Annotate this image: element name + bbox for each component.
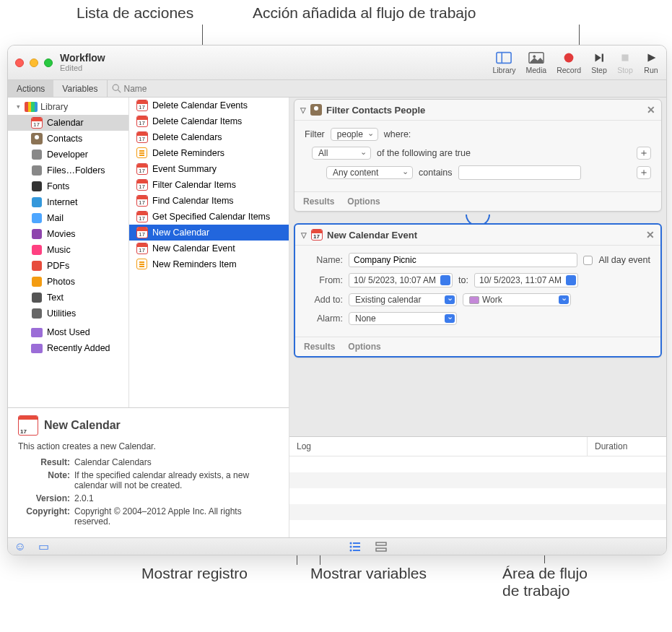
results-tab[interactable]: Results [304, 342, 335, 352]
calendar-icon [136, 211, 148, 222]
sidebar-item-fonts[interactable]: Fonts [8, 178, 128, 194]
reminders-icon [136, 147, 148, 159]
sidebar-item-most-used[interactable]: Most Used [8, 324, 128, 340]
statusbar-icon-1[interactable]: ☺ [14, 541, 27, 553]
calendar-icon [136, 100, 148, 111]
contains-input[interactable] [458, 165, 581, 180]
category-icon [31, 308, 43, 319]
statusbar-icon-2[interactable]: ▭ [37, 541, 50, 553]
calendar-icon [136, 116, 148, 127]
action-new-calendar-event[interactable]: ▽ New Calendar Event ✕ Name: All day eve… [294, 223, 662, 358]
calendar-icon [136, 131, 148, 143]
sidebar-item-contacts[interactable]: Contacts [8, 131, 128, 147]
svg-rect-14 [353, 550, 360, 551]
anycontent-select[interactable]: Any content [326, 166, 413, 179]
sidebar-item-mail[interactable]: Mail [8, 210, 128, 226]
run-button[interactable]: Run [643, 51, 659, 74]
action-item[interactable]: Filter Calendar Items [129, 177, 289, 193]
options-tab[interactable]: Options [347, 196, 380, 207]
action-item[interactable]: Delete Calendar Items [129, 113, 289, 129]
tab-variables[interactable]: Variables [53, 80, 106, 97]
options-tab[interactable]: Options [348, 342, 380, 352]
disclosure-icon[interactable]: ▽ [301, 231, 307, 239]
to-datetime[interactable]: 10/ 5/2023, 11:07 AM [474, 273, 578, 287]
show-variables-button[interactable] [375, 541, 388, 553]
sidebar-item-developer[interactable]: Developer [8, 147, 128, 163]
action-filter-contacts[interactable]: ▽ Filter Contacts People ✕ Filter people… [294, 99, 662, 212]
action-item[interactable]: Get Specified Calendar Items [129, 209, 289, 225]
search-input[interactable] [124, 84, 663, 94]
sidebar-item-text[interactable]: Text [8, 290, 128, 306]
add-condition-button[interactable]: ＋ [637, 166, 651, 179]
callout-show-log: Mostrar registro [141, 565, 248, 582]
contains-label: contains [419, 168, 453, 178]
from-datetime[interactable]: 10/ 5/2023, 10:07 AM [349, 273, 453, 287]
addto-select[interactable]: Existing calendar [349, 293, 457, 306]
callout-workflow-area: Área de flujo de trabajo [502, 565, 588, 599]
action-title: Filter Contacts People [326, 105, 425, 116]
allday-checkbox[interactable] [583, 256, 593, 265]
from-label: From: [305, 275, 343, 285]
tab-actions[interactable]: Actions [8, 80, 53, 97]
zoom-button[interactable] [44, 59, 53, 67]
step-button[interactable]: Step [591, 51, 607, 74]
svg-rect-16 [376, 548, 386, 551]
log-body [289, 456, 666, 537]
action-item[interactable]: Find Calendar Items [129, 193, 289, 209]
sidebar-item-music[interactable]: Music [8, 242, 128, 258]
calendar-select[interactable]: Work [463, 293, 571, 306]
alarm-select[interactable]: None [349, 312, 457, 325]
action-item[interactable]: Delete Calendar Events [129, 98, 289, 113]
stop-button[interactable]: Stop [617, 51, 633, 74]
library-button[interactable]: Library [492, 51, 515, 74]
sidebar-item-photos[interactable]: Photos [8, 274, 128, 290]
action-item[interactable]: Delete Calendars [129, 129, 289, 145]
calendar-icon [136, 179, 148, 191]
action-item[interactable]: New Calendar Event [129, 241, 289, 256]
svg-point-7 [113, 85, 118, 90]
callout-show-vars: Mostrar variables [310, 565, 427, 582]
category-icon [31, 165, 43, 176]
action-item[interactable]: Delete Reminders [129, 145, 289, 161]
action-item[interactable]: New Reminders Item [129, 256, 289, 272]
sidebar-item-files-folders[interactable]: Files…Folders [8, 163, 128, 178]
close-action-button[interactable]: ✕ [647, 104, 655, 116]
sidebar-item-recently-added[interactable]: Recently Added [8, 340, 128, 356]
search-field-wrap[interactable] [108, 80, 667, 97]
filter-select[interactable]: people [331, 128, 378, 141]
event-name-input[interactable] [349, 253, 577, 267]
svg-point-3 [533, 55, 536, 58]
sidebar-item-movies[interactable]: Movies [8, 226, 128, 242]
disclosure-icon[interactable]: ▽ [300, 106, 306, 114]
media-button[interactable]: Media [526, 51, 547, 74]
svg-rect-10 [353, 542, 360, 544]
library-icon [25, 102, 38, 112]
library-header[interactable]: Library [8, 98, 128, 115]
close-button[interactable] [15, 59, 24, 67]
action-item[interactable]: Event Summary [129, 161, 289, 177]
sidebar-item-calendar[interactable]: Calendar [8, 115, 128, 131]
name-label: Name: [305, 255, 343, 265]
calendar-icon [311, 229, 323, 241]
duration-col-header[interactable]: Duration [587, 437, 666, 456]
reminders-icon [136, 259, 148, 270]
minimize-button[interactable] [30, 59, 38, 67]
all-select[interactable]: All [312, 147, 371, 160]
action-title: New Calendar Event [327, 230, 417, 241]
show-log-button[interactable] [349, 541, 362, 553]
sidebar-item-utilities[interactable]: Utilities [8, 306, 128, 321]
category-icon [31, 149, 43, 160]
category-icon [31, 260, 43, 272]
of-following-label: of the following are true [377, 148, 471, 158]
add-rule-button[interactable]: ＋ [637, 147, 651, 160]
action-info-panel: New Calendar This action creates a new C… [8, 407, 289, 537]
close-action-button[interactable]: ✕ [646, 229, 655, 241]
sidebar-item-internet[interactable]: Internet [8, 194, 128, 210]
results-tab[interactable]: Results [303, 196, 334, 207]
log-col-header[interactable]: Log [289, 437, 587, 456]
record-button[interactable]: Record [557, 51, 581, 74]
filter-label: Filter [305, 129, 325, 139]
sidebar-item-pdfs[interactable]: PDFs [8, 258, 128, 274]
svg-rect-6 [621, 54, 628, 61]
action-item[interactable]: New Calendar [129, 225, 289, 241]
